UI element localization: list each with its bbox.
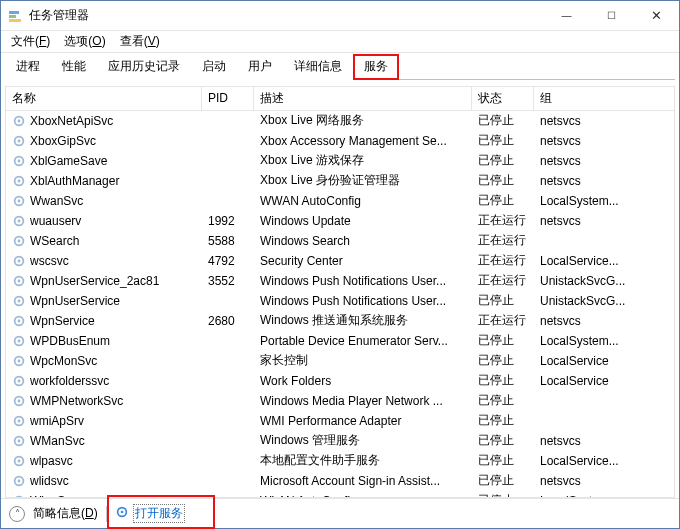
cell-desc: Xbox Accessory Management Se...: [254, 131, 472, 151]
chevron-up-icon[interactable]: ˄: [9, 506, 25, 522]
cell-name-text: wmiApSrv: [30, 414, 84, 428]
service-gear-icon: [12, 494, 26, 497]
cell-name: XboxGipSvc: [6, 131, 202, 151]
cell-name: wmiApSrv: [6, 411, 202, 431]
service-gear-icon: [12, 154, 26, 168]
cell-group: netsvcs: [534, 171, 674, 191]
service-gear-icon: [12, 254, 26, 268]
tab-performance[interactable]: 性能: [51, 54, 97, 80]
cell-name-text: WMPNetworkSvc: [30, 394, 123, 408]
svg-point-24: [18, 320, 21, 323]
cell-pid: [202, 451, 254, 471]
cell-name-text: XboxGipSvc: [30, 134, 96, 148]
cell-group: netsvcs: [534, 131, 674, 151]
cell-name-text: wuauserv: [30, 214, 81, 228]
cell-status: 已停止: [472, 371, 534, 391]
table-row[interactable]: WSearch5588Windows Search正在运行: [6, 231, 674, 251]
table-row[interactable]: WMPNetworkSvcWindows Media Player Networ…: [6, 391, 674, 411]
table-row[interactable]: XblGameSaveXbox Live 游戏保存已停止netsvcs: [6, 151, 674, 171]
cell-pid: [202, 491, 254, 497]
maximize-button[interactable]: ☐: [589, 1, 634, 30]
close-button[interactable]: ✕: [634, 1, 679, 30]
cell-name: XblAuthManager: [6, 171, 202, 191]
cell-pid: 1992: [202, 211, 254, 231]
gear-icon: [115, 505, 129, 522]
cell-name: wlpasvc: [6, 451, 202, 471]
cell-pid: [202, 431, 254, 451]
table-row[interactable]: WPDBusEnumPortable Device Enumerator Ser…: [6, 331, 674, 351]
open-services-link[interactable]: 打开服务: [115, 504, 185, 523]
cell-desc: WWAN AutoConfig: [254, 191, 472, 211]
app-icon: [7, 8, 23, 24]
menu-view[interactable]: 查看(V): [114, 31, 166, 52]
service-gear-icon: [12, 434, 26, 448]
cell-name: WpnService: [6, 311, 202, 331]
table-row[interactable]: WlanSvcWLAN AutoConfig已停止LocalSystem...: [6, 491, 674, 497]
table-row[interactable]: wuauserv1992Windows Update正在运行netsvcs: [6, 211, 674, 231]
svg-point-30: [18, 380, 21, 383]
table-row[interactable]: WpnUserServiceWindows Push Notifications…: [6, 291, 674, 311]
table-row[interactable]: WManSvcWindows 管理服务已停止netsvcs: [6, 431, 674, 451]
cell-name: wlidsvc: [6, 471, 202, 491]
svg-point-34: [18, 420, 21, 423]
cell-pid: [202, 331, 254, 351]
cell-pid: [202, 171, 254, 191]
cell-desc: Windows 推送通知系统服务: [254, 311, 472, 331]
cell-name: WwanSvc: [6, 191, 202, 211]
cell-name-text: WpnUserService_2ac81: [30, 274, 159, 288]
cell-desc: Portable Device Enumerator Serv...: [254, 331, 472, 351]
table-row[interactable]: wscsvc4792Security Center正在运行LocalServic…: [6, 251, 674, 271]
cell-name-text: XblAuthManager: [30, 174, 119, 188]
table-row[interactable]: XboxNetApiSvcXbox Live 网络服务已停止netsvcs: [6, 111, 674, 131]
menu-file[interactable]: 文件(F): [5, 31, 56, 52]
menu-options[interactable]: 选项(O): [58, 31, 111, 52]
table-row[interactable]: XboxGipSvcXbox Accessory Management Se..…: [6, 131, 674, 151]
table-row[interactable]: wlidsvcMicrosoft Account Sign-in Assist.…: [6, 471, 674, 491]
table-row[interactable]: wlpasvc本地配置文件助手服务已停止LocalService...: [6, 451, 674, 471]
table-row[interactable]: WpnUserService_2ac813552Windows Push Not…: [6, 271, 674, 291]
cell-desc: Windows Push Notifications User...: [254, 271, 472, 291]
table-row[interactable]: WpcMonSvc家长控制已停止LocalService: [6, 351, 674, 371]
cell-pid: [202, 291, 254, 311]
cell-status: 正在运行: [472, 231, 534, 251]
col-header-status[interactable]: 状态: [472, 87, 534, 110]
svg-point-40: [18, 480, 21, 483]
cell-pid: 3552: [202, 271, 254, 291]
tab-processes[interactable]: 进程: [5, 54, 51, 80]
tab-startup[interactable]: 启动: [191, 54, 237, 80]
content: 名称 PID 描述 状态 组 XboxNetApiSvcXbox Live 网络…: [1, 80, 679, 498]
cell-desc: Xbox Live 游戏保存: [254, 151, 472, 171]
cell-group: [534, 231, 674, 251]
cell-desc: 家长控制: [254, 351, 472, 371]
col-header-group[interactable]: 组: [534, 87, 674, 110]
fewer-details-button[interactable]: 简略信息(D): [33, 505, 98, 522]
cell-pid: [202, 131, 254, 151]
minimize-button[interactable]: —: [544, 1, 589, 30]
tab-users[interactable]: 用户: [237, 54, 283, 80]
cell-desc: Windows Push Notifications User...: [254, 291, 472, 311]
cell-desc: Xbox Live 身份验证管理器: [254, 171, 472, 191]
cell-group: netsvcs: [534, 111, 674, 131]
cell-status: 正在运行: [472, 311, 534, 331]
table-row[interactable]: XblAuthManagerXbox Live 身份验证管理器已停止netsvc…: [6, 171, 674, 191]
table-row[interactable]: WwanSvcWWAN AutoConfig已停止LocalSystem...: [6, 191, 674, 211]
table-row[interactable]: wmiApSrvWMI Performance Adapter已停止: [6, 411, 674, 431]
cell-group: LocalSystem...: [534, 331, 674, 351]
svg-point-46: [120, 511, 123, 514]
cell-desc: WMI Performance Adapter: [254, 411, 472, 431]
tab-history[interactable]: 应用历史记录: [97, 54, 191, 80]
svg-point-16: [18, 240, 21, 243]
cell-desc: WLAN AutoConfig: [254, 491, 472, 497]
tab-services[interactable]: 服务: [353, 54, 399, 80]
cell-desc: Windows 管理服务: [254, 431, 472, 451]
table-row[interactable]: WpnService2680Windows 推送通知系统服务正在运行netsvc…: [6, 311, 674, 331]
col-header-pid[interactable]: PID: [202, 87, 254, 110]
cell-status: 已停止: [472, 351, 534, 371]
tab-details[interactable]: 详细信息: [283, 54, 353, 80]
col-header-desc[interactable]: 描述: [254, 87, 472, 110]
table-row[interactable]: workfolderssvcWork Folders已停止LocalServic…: [6, 371, 674, 391]
cell-group: LocalSystem...: [534, 191, 674, 211]
col-header-name[interactable]: 名称: [6, 87, 202, 110]
cell-name: WSearch: [6, 231, 202, 251]
cell-name-text: workfolderssvc: [30, 374, 109, 388]
